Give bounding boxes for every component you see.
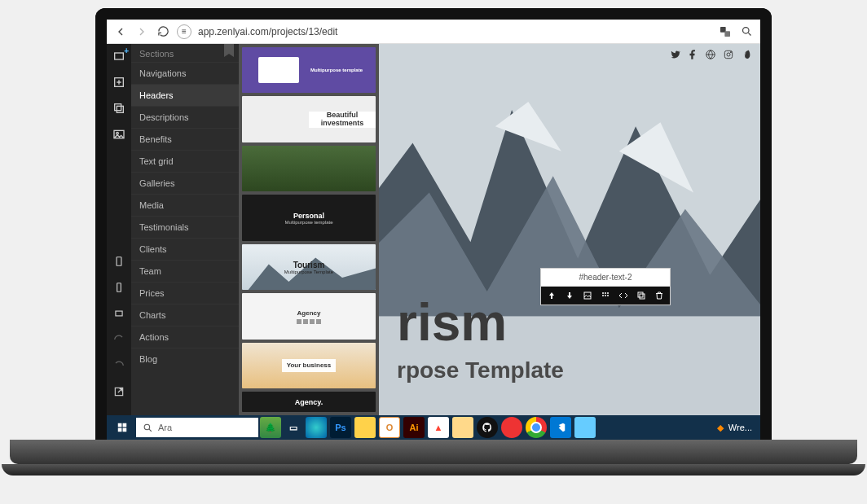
taskbar-pinned[interactable]: 🌲: [260, 417, 281, 438]
add-block-icon[interactable]: [112, 75, 126, 90]
hero-subtitle[interactable]: rpose Template: [397, 357, 564, 383]
sidebar-item-prices[interactable]: Prices: [131, 282, 239, 304]
task-view-icon[interactable]: ▭: [283, 417, 304, 438]
tray-label: Wre...: [728, 423, 752, 432]
tray-app-icon[interactable]: ◆: [717, 423, 724, 433]
taskbar-search[interactable]: Ara: [136, 418, 258, 437]
laptop-foot: [2, 464, 865, 476]
template-title: Your business: [282, 359, 337, 373]
browser-toolbar: ≡ app.zenlyai.com/projects/13/edit: [107, 20, 760, 44]
code-icon[interactable]: [618, 290, 629, 301]
template-thumbnail[interactable]: Tourism Multipurpose Template: [242, 244, 376, 290]
address-bar[interactable]: app.zenlyai.com/projects/13/edit: [198, 26, 711, 37]
redo-icon[interactable]: [112, 358, 126, 373]
copy-icon[interactable]: [636, 290, 647, 301]
template-title: Agency: [297, 309, 321, 317]
svg-rect-6: [117, 106, 123, 112]
svg-point-22: [727, 53, 730, 56]
sidebar-item-testimonials[interactable]: Testimonials: [131, 216, 239, 238]
sidebar-item-galleries[interactable]: Galleries: [131, 172, 239, 194]
sidebar-item-clients[interactable]: Clients: [131, 238, 239, 260]
svg-point-26: [605, 292, 606, 294]
svg-rect-34: [123, 423, 127, 427]
twitter-icon[interactable]: [669, 49, 680, 60]
forward-icon[interactable]: [134, 24, 149, 39]
duplicate-icon[interactable]: [112, 101, 126, 116]
svg-point-23: [730, 52, 731, 53]
move-up-icon[interactable]: [546, 290, 557, 301]
template-thumbnail[interactable]: Your business: [242, 343, 376, 388]
photoshop-icon[interactable]: Ps: [330, 417, 351, 438]
svg-rect-9: [117, 257, 121, 266]
svg-rect-11: [116, 311, 122, 316]
svg-rect-10: [117, 283, 121, 292]
element-id-label: #header-text-2: [541, 269, 670, 287]
hero-title[interactable]: rism: [397, 292, 507, 353]
sidebar-item-benefits[interactable]: Benefits: [131, 128, 239, 150]
outlook-icon[interactable]: O: [379, 417, 400, 438]
notepad-icon[interactable]: [574, 417, 596, 438]
sidebar-item-text-grid[interactable]: Text grid: [131, 150, 239, 172]
chrome-icon[interactable]: [526, 417, 547, 438]
laptop-base: [10, 440, 857, 464]
sidebar-item-headers[interactable]: Headers: [131, 84, 239, 106]
laptop-mockup: ≡ app.zenlyai.com/projects/13/edit +: [0, 0, 867, 504]
move-down-icon[interactable]: [564, 290, 574, 301]
instagram-icon[interactable]: [723, 49, 734, 60]
vscode-icon[interactable]: [550, 417, 571, 438]
editor-app: + Sections Navigations: [107, 44, 760, 415]
start-button[interactable]: [110, 415, 134, 440]
sidebar-item-media[interactable]: Media: [131, 194, 239, 216]
svg-point-8: [117, 132, 119, 134]
expand-icon[interactable]: [112, 306, 126, 321]
svg-rect-1: [724, 31, 730, 37]
template-thumbnail[interactable]: Agency.: [242, 392, 376, 412]
sidebar-item-team[interactable]: Team: [131, 260, 239, 282]
facebook-icon[interactable]: [687, 49, 698, 60]
image-settings-icon[interactable]: [582, 290, 592, 301]
taskbar-tray: ◆ Wre...: [717, 423, 757, 433]
delete-icon[interactable]: [654, 290, 665, 301]
image-icon[interactable]: [112, 127, 126, 142]
element-toolbar-actions: [541, 287, 670, 305]
sticky-notes-icon[interactable]: [354, 417, 376, 438]
template-thumbnail[interactable]: Beautiful investments: [242, 96, 376, 142]
brave-icon[interactable]: ▲: [428, 417, 449, 438]
sidebar-item-actions[interactable]: Actions: [131, 326, 239, 348]
svg-rect-33: [118, 423, 122, 427]
sidebar-item-charts[interactable]: Charts: [131, 304, 239, 326]
edge-icon[interactable]: [306, 417, 327, 438]
opera-icon[interactable]: [501, 417, 522, 438]
github-icon[interactable]: [477, 417, 498, 438]
template-thumbnail[interactable]: Personal Multipurpose template: [242, 195, 376, 240]
sidebar-item-descriptions[interactable]: Descriptions: [131, 106, 239, 128]
sidebar-item-blog[interactable]: Blog: [131, 348, 239, 370]
template-thumbnail[interactable]: Agency: [242, 293, 376, 339]
external-link-icon[interactable]: [112, 384, 126, 399]
envato-icon[interactable]: [741, 49, 752, 60]
add-section-icon[interactable]: +: [112, 49, 126, 64]
illustrator-icon[interactable]: Ai: [403, 417, 425, 438]
zoom-icon[interactable]: [739, 24, 754, 39]
svg-point-30: [607, 295, 609, 296]
mobile-icon[interactable]: [112, 280, 126, 295]
sections-sidebar: Sections Navigations Headers Description…: [131, 44, 239, 415]
explorer-icon[interactable]: [452, 417, 473, 438]
devices-icon[interactable]: [112, 254, 126, 269]
svg-point-29: [605, 295, 606, 296]
back-icon[interactable]: [113, 24, 128, 39]
dribbble-icon[interactable]: [705, 49, 716, 60]
template-thumbnail[interactable]: [242, 146, 376, 191]
undo-icon[interactable]: [112, 332, 126, 347]
site-info-icon[interactable]: ≡: [177, 24, 191, 39]
svg-rect-3: [115, 53, 124, 59]
settings-icon[interactable]: [600, 290, 610, 301]
sidebar-item-navigations[interactable]: Navigations: [131, 62, 239, 84]
svg-rect-5: [115, 104, 121, 111]
editor-canvas[interactable]: rism rpose Template #header-text-2: [379, 44, 760, 415]
template-title: Tourism: [284, 261, 333, 270]
translate-icon[interactable]: [718, 24, 733, 39]
template-thumbnail[interactable]: Multipurpose template: [242, 47, 376, 93]
reload-icon[interactable]: [156, 24, 170, 39]
search-placeholder: Ara: [158, 423, 172, 432]
